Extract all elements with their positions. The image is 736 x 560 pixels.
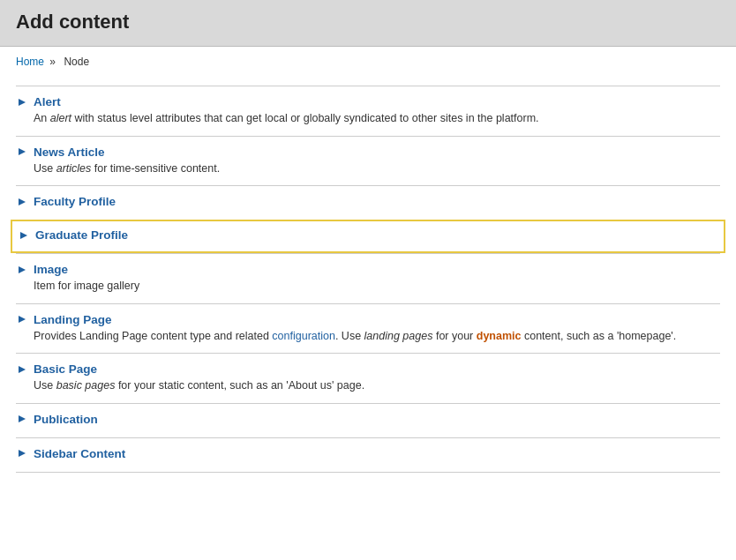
list-item-graduate-profile: Graduate Profile [11,220,725,253]
svg-marker-5 [19,316,26,323]
list-item-publication: Publication [16,403,720,437]
item-description-landing-page: Provides Landing Page content type and r… [34,329,720,345]
svg-marker-4 [19,266,26,273]
page-title: Add content [16,11,720,34]
chevron-icon-sidebar-content [16,447,28,459]
chevron-icon-landing-page [16,313,28,325]
list-item-faculty-profile: Faculty Profile [16,185,720,220]
chevron-icon-faculty-profile [16,196,28,208]
item-title-landing-page[interactable]: Landing Page [34,313,112,326]
item-title-faculty-profile[interactable]: Faculty Profile [34,195,116,208]
item-title-news-article[interactable]: News Article [34,146,105,159]
list-item-image: Image Item for image gallery [16,253,720,303]
item-description-alert: An alert with status level attributes th… [34,111,720,127]
list-item-alert: Alert An alert with status level attribu… [16,86,720,136]
svg-marker-2 [19,198,26,205]
breadcrumb: Home » Node [16,56,720,75]
list-item-basic-page: Basic Page Use basic pages for your stat… [16,353,720,403]
chevron-icon-basic-page [16,363,28,376]
list-item-landing-page: Landing Page Provides Landing Page conte… [16,303,720,354]
item-title-image[interactable]: Image [34,263,68,276]
item-title-sidebar-content[interactable]: Sidebar Content [34,447,125,460]
item-description-image: Item for image gallery [34,279,720,295]
svg-marker-7 [19,415,26,422]
chevron-icon-publication [16,413,28,425]
item-title-basic-page[interactable]: Basic Page [34,362,97,376]
item-title-graduate-profile[interactable]: Graduate Profile [35,228,128,242]
list-item-sidebar-content: Sidebar Content [16,437,720,473]
item-description-basic-page: Use basic pages for your static content,… [34,378,720,394]
content-list: Alert An alert with status level attribu… [16,86,720,473]
item-title-alert[interactable]: Alert [34,95,61,108]
chevron-icon-image [16,264,28,276]
svg-marker-8 [19,450,26,457]
svg-marker-3 [20,232,27,239]
breadcrumb-home[interactable]: Home [16,56,44,68]
chevron-icon-alert [16,96,28,108]
svg-marker-6 [19,366,26,373]
breadcrumb-current: Node [64,56,89,68]
list-item-news-article: News Article Use articles for time-sensi… [16,136,720,186]
item-description-news-article: Use articles for time-sensitive content. [34,161,720,177]
content-area: Home » Node Alert An alert with status l… [0,47,736,490]
chevron-icon-news-article [16,146,28,158]
svg-marker-1 [19,148,26,155]
page-header: Add content [0,0,736,47]
item-title-publication[interactable]: Publication [34,413,98,426]
breadcrumb-separator: » [49,56,58,68]
chevron-icon-graduate-profile [18,229,30,242]
svg-marker-0 [19,99,26,106]
